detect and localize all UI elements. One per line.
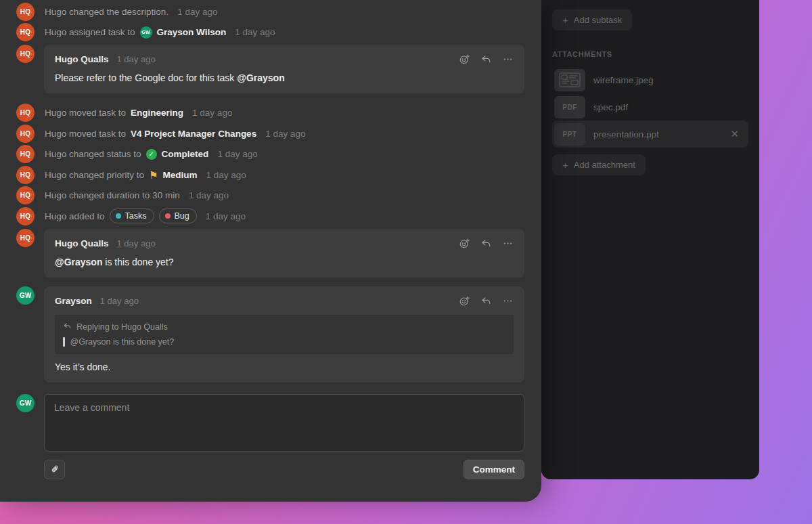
event-label: Hugo added to: [45, 211, 105, 221]
avatar: HQ: [16, 104, 35, 122]
event-label: Hugo changed the description.: [45, 7, 168, 17]
priority-flag-icon: ⚑: [149, 170, 158, 180]
comment-card: Hugo Qualls1 day agoPlease refer to the …: [44, 45, 524, 93]
event-text: Hugo changed the description.1 day ago: [45, 7, 217, 17]
event-label: Hugo changed priority to: [45, 170, 144, 180]
timestamp: 1 day ago: [117, 238, 156, 248]
event-text: Hugo changed duration to 30 min1 day ago: [45, 190, 229, 200]
attachment-filetype-thumbnail: PDF: [554, 96, 585, 118]
avatar: GW: [140, 26, 152, 39]
activity-event: HQHugo changed duration to 30 min1 day a…: [16, 185, 524, 206]
add-attachment-button[interactable]: + Add attachment: [552, 154, 646, 175]
comment-text: Please refer to the Google doc for this …: [55, 72, 237, 83]
add-reaction-icon[interactable]: [459, 238, 470, 249]
quote-reply-line: Replying to Hugo Qualls: [63, 322, 505, 332]
add-attachment-label: Add attachment: [574, 160, 635, 170]
remove-attachment-button[interactable]: ✕: [727, 127, 742, 141]
quoted-text-line: @Grayson is this done yet?: [63, 337, 505, 347]
attach-file-button[interactable]: [44, 460, 65, 479]
timestamp: 1 day ago: [206, 170, 246, 180]
event-label: Hugo changed duration to 30 min: [45, 190, 180, 200]
reply-icon[interactable]: [480, 53, 492, 65]
plus-icon: +: [562, 15, 568, 25]
avatar: HQ: [16, 125, 35, 143]
comment-header: Hugo Qualls1 day ago: [55, 53, 514, 65]
status-completed-icon: ✓: [146, 149, 157, 160]
avatar: HQ: [16, 207, 35, 225]
comment-author: Grayson: [55, 296, 92, 306]
timestamp: 1 day ago: [189, 190, 229, 200]
mention: @Grayson: [55, 257, 102, 267]
comment-card: Hugo Qualls1 day ago@Grayson is this don…: [44, 229, 524, 278]
comment-text: is this done yet?: [102, 257, 173, 267]
avatar: GW: [16, 394, 35, 412]
plus-icon: +: [562, 160, 568, 170]
timestamp: 1 day ago: [192, 108, 232, 118]
event-label: Hugo moved task to: [45, 108, 126, 118]
tag-label: Bug: [175, 211, 189, 221]
priority-name: Medium: [163, 170, 198, 180]
comment-author: Hugo Qualls: [55, 238, 109, 248]
tag-pill[interactable]: Bug: [159, 209, 197, 223]
status-name: Completed: [162, 149, 209, 159]
comment: HQHugo Qualls1 day ago@Grayson is this d…: [16, 229, 524, 278]
timestamp: 1 day ago: [217, 149, 257, 159]
quoted-text: @Grayson is this done yet?: [70, 337, 175, 347]
attachment-name: spec.pdf: [593, 102, 742, 112]
tag-pill[interactable]: Tasks: [110, 209, 154, 223]
more-icon[interactable]: [502, 53, 514, 65]
event-target: V4 Project Manager Changes: [131, 129, 256, 139]
comment-body: Please refer to the Google doc for this …: [55, 72, 514, 83]
more-icon[interactable]: [502, 295, 514, 307]
task-detail-panel: + Add subtask ATTACHMENTS wireframe.jpeg…: [541, 0, 759, 479]
attachment-row[interactable]: PDFspec.pdf: [552, 93, 748, 121]
comment-body: @Grayson is this done yet?: [55, 257, 514, 267]
attachment-name: wireframe.jpeg: [593, 75, 742, 85]
timestamp: 1 day ago: [235, 27, 275, 37]
avatar: HQ: [16, 186, 35, 204]
event-target: Engineering: [131, 108, 183, 118]
comment-input[interactable]: [44, 394, 524, 452]
activity-event: HQHugo moved task toV4 Project Manager C…: [16, 123, 524, 144]
timestamp: 1 day ago: [177, 7, 217, 17]
activity-event: HQHugo moved task toEngineering1 day ago: [16, 102, 524, 123]
add-reaction-icon[interactable]: [459, 295, 470, 307]
add-subtask-button[interactable]: + Add subtask: [552, 9, 632, 30]
attachment-image-thumbnail: [554, 69, 585, 91]
comment-author: Hugo Qualls: [55, 54, 109, 64]
event-text: Hugo added toTasksBug1 day ago: [45, 209, 246, 223]
event-text: Hugo moved task toEngineering1 day ago: [45, 108, 232, 118]
attachment-row[interactable]: wireframe.jpeg: [552, 66, 748, 93]
event-label: Hugo moved task to: [45, 129, 126, 139]
attachment-row[interactable]: PPTpresentation.ppt✕: [552, 121, 748, 148]
attachment-filetype-thumbnail: PPT: [554, 123, 585, 146]
quote-reply-label: Replying to Hugo Qualls: [76, 322, 168, 332]
comment-composer: GW Comment: [16, 394, 524, 479]
comment-text: Yes it’s done.: [55, 362, 111, 372]
mention: @Grayson: [237, 72, 284, 83]
activity-event: HQHugo assigned task toGWGrayson Wilson1…: [16, 22, 524, 43]
comment-card: Grayson1 day agoReplying to Hugo Qualls@…: [44, 286, 524, 383]
tag-label: Tasks: [125, 211, 147, 221]
avatar: GW: [16, 286, 35, 305]
reply-icon[interactable]: [480, 295, 492, 307]
event-label: Hugo assigned task to: [45, 27, 135, 37]
reply-icon[interactable]: [480, 238, 492, 249]
more-icon[interactable]: [502, 238, 514, 249]
paperclip-icon: [49, 464, 60, 475]
event-text: Hugo changed priority to⚑Medium1 day ago: [45, 170, 246, 180]
attachments-section-label: ATTACHMENTS: [552, 50, 748, 58]
comment-submit-button[interactable]: Comment: [464, 460, 524, 479]
add-reaction-icon[interactable]: [459, 53, 470, 65]
comment-actions: [459, 53, 514, 65]
assignee-name: Grayson Wilson: [157, 27, 227, 37]
attachments-list: wireframe.jpegPDFspec.pdfPPTpresentation…: [552, 66, 748, 148]
quote-bar: [63, 337, 65, 347]
event-label: Hugo changed status to: [45, 149, 141, 159]
activity-event: HQHugo changed priority to⚑Medium1 day a…: [16, 165, 524, 185]
comment: HQHugo Qualls1 day agoPlease refer to th…: [16, 45, 524, 93]
activity-feed: HQHugo changed the description.1 day ago…: [16, 1, 524, 383]
tag-color-dot: [165, 213, 171, 219]
event-text: Hugo assigned task toGWGrayson Wilson1 d…: [45, 26, 275, 39]
comment-actions: [459, 238, 514, 249]
